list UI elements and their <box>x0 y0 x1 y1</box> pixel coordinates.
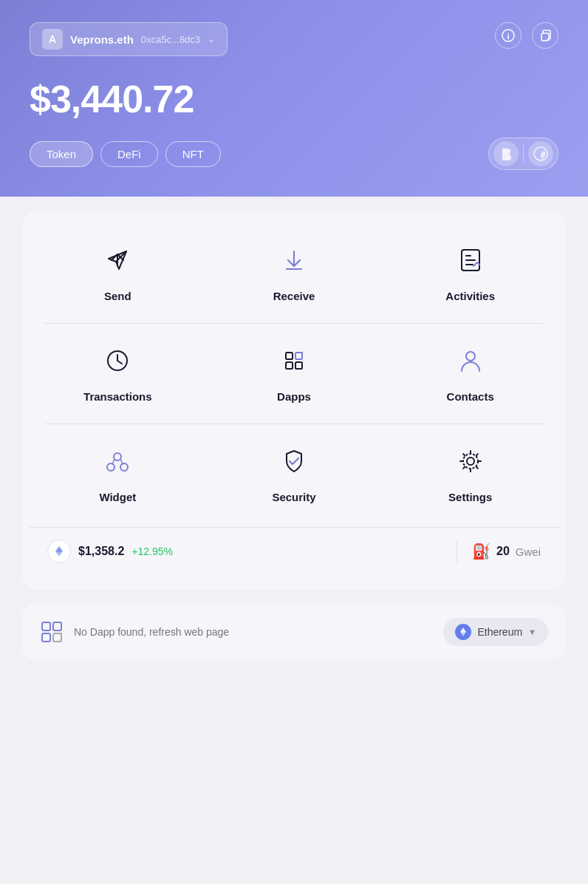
svg-rect-28 <box>53 622 61 630</box>
svg-rect-30 <box>53 633 61 642</box>
eth-change: +12.95% <box>131 545 173 557</box>
info-bar: $1,358.2 +12.95% ⛽ 20 Gwei <box>30 527 558 575</box>
network-name: Ethereum <box>477 626 522 638</box>
security-label: Security <box>272 491 315 503</box>
svg-line-22 <box>120 459 123 464</box>
gas-section: ⛽ 20 Gwei <box>472 543 541 560</box>
header-actions: i <box>495 22 558 49</box>
info-button[interactable]: i <box>495 22 522 49</box>
protocol-chart-logo[interactable] <box>528 141 553 166</box>
activities-button[interactable]: Activities <box>382 226 558 320</box>
send-icon <box>98 241 137 279</box>
tab-defi[interactable]: DeFi <box>100 141 158 167</box>
svg-point-23 <box>467 458 474 465</box>
gas-icon: ⛽ <box>472 543 490 560</box>
settings-button[interactable]: Settings <box>382 427 558 521</box>
security-button[interactable]: Security <box>206 427 383 521</box>
svg-rect-13 <box>286 353 293 359</box>
svg-point-20 <box>120 463 128 471</box>
eth-logo <box>47 540 71 563</box>
svg-point-17 <box>466 352 475 361</box>
receive-button[interactable]: Receive <box>206 226 383 320</box>
protocol-logos <box>488 137 558 170</box>
svg-marker-31 <box>460 628 466 633</box>
network-selector[interactable]: Ethereum ▼ <box>443 618 548 646</box>
address-bar[interactable]: A Veprons.eth 0xca5c...8dc3 ⌄ <box>30 22 228 56</box>
ethereum-logo <box>455 624 471 640</box>
svg-line-21 <box>112 459 114 464</box>
protocol-b-logo[interactable] <box>493 141 519 166</box>
logo-divider <box>523 145 524 163</box>
wallet-balance: $3,440.72 <box>30 77 558 121</box>
widget-button[interactable]: Widget <box>30 427 206 521</box>
svg-rect-15 <box>295 362 302 369</box>
eth-price: $1,358.2 <box>78 545 124 558</box>
grid-divider-1 <box>44 323 544 324</box>
dapp-info: No Dapp found, refresh web page <box>40 620 229 644</box>
tab-token[interactable]: Token <box>30 141 93 167</box>
main-card: Send Receive <box>22 211 566 590</box>
settings-label: Settings <box>448 491 492 503</box>
tabs-row: Token DeFi NFT <box>30 137 558 170</box>
send-label: Send <box>104 290 131 302</box>
dapp-bar: No Dapp found, refresh web page Ethereum… <box>22 605 566 659</box>
svg-point-24 <box>463 454 478 469</box>
widget-label: Widget <box>99 491 136 503</box>
copy-button[interactable] <box>532 22 558 49</box>
dapp-grid-icon <box>40 620 64 644</box>
transactions-button[interactable]: Transactions <box>30 327 206 421</box>
svg-point-19 <box>107 463 114 471</box>
grid-divider-2 <box>44 424 544 424</box>
send-button[interactable]: Send <box>30 226 206 320</box>
actions-grid: Send Receive <box>30 226 558 320</box>
info-divider <box>457 540 457 562</box>
network-chevron-icon: ▼ <box>528 628 536 636</box>
settings-icon <box>451 442 490 480</box>
gas-value: 20 <box>496 545 510 558</box>
wallet-avatar: A <box>42 29 63 50</box>
receive-icon <box>275 241 313 279</box>
contacts-label: Contacts <box>447 390 494 403</box>
svg-rect-16 <box>295 353 302 359</box>
asset-tabs: Token DeFi NFT <box>30 141 221 167</box>
address-chevron-icon: ⌄ <box>208 34 215 44</box>
transactions-icon <box>98 341 137 380</box>
wallet-address: 0xca5c...8dc3 <box>141 34 200 45</box>
svg-text:i: i <box>507 32 509 41</box>
dapps-label: Dapps <box>277 390 311 403</box>
actions-grid-2: Transactions Dapps <box>30 327 558 421</box>
widget-icon <box>98 442 137 480</box>
receive-label: Receive <box>273 290 315 302</box>
tab-nft[interactable]: NFT <box>165 141 221 167</box>
dapps-icon <box>275 341 313 380</box>
svg-rect-29 <box>42 633 50 642</box>
svg-rect-14 <box>286 362 293 369</box>
svg-rect-27 <box>42 622 50 630</box>
actions-grid-3: Widget Security Settings <box>30 427 558 521</box>
contacts-icon <box>451 341 490 380</box>
dapp-message: No Dapp found, refresh web page <box>74 626 229 638</box>
dapps-button[interactable]: Dapps <box>206 327 383 421</box>
contacts-button[interactable]: Contacts <box>382 327 558 421</box>
hero-section: A Veprons.eth 0xca5c...8dc3 ⌄ i $3,440.7… <box>0 0 588 197</box>
activities-icon <box>451 241 490 279</box>
wallet-name: Veprons.eth <box>70 33 134 46</box>
security-icon <box>275 442 313 480</box>
activities-label: Activities <box>445 290 495 302</box>
eth-price-section: $1,358.2 +12.95% <box>47 540 442 563</box>
gas-unit: Gwei <box>516 545 541 558</box>
transactions-label: Transactions <box>83 390 152 403</box>
